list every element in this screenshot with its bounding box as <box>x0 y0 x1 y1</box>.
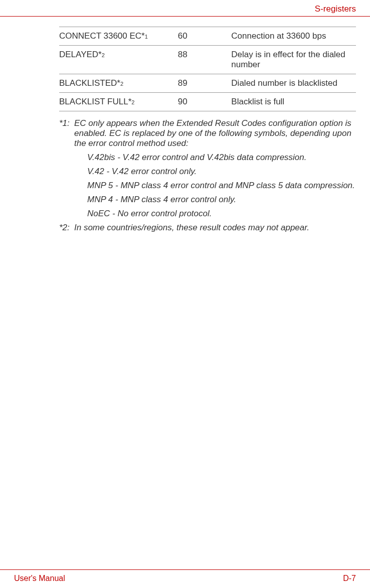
footnote-1: *1:EC only appears when the Extended Res… <box>59 118 356 149</box>
table-cell-code: 90 <box>178 93 232 111</box>
table-cell-desc: Dialed number is blacklisted <box>231 74 356 93</box>
table-cell-name: BLACKLIST FULL*2 <box>59 93 178 111</box>
table-row: BLACKLISTED*2 89 Dialed number is blackl… <box>59 74 356 93</box>
table-row: BLACKLIST FULL*2 90 Blacklist is full <box>59 93 356 111</box>
footnote-sub: V.42bis - V.42 error control and V.42bis… <box>87 153 356 163</box>
footer-left: User's Manual <box>14 574 65 583</box>
footnote-sub: V.42 - V.42 error control only. <box>87 167 356 177</box>
header-title: S-registers <box>315 4 356 14</box>
note-ref: 2 <box>120 81 123 87</box>
note-ref: 1 <box>145 34 148 40</box>
footnote-text: In some countries/regions, these result … <box>74 223 354 233</box>
footnote-2: *2:In some countries/regions, these resu… <box>59 223 356 233</box>
footnotes: *1:EC only appears when the Extended Res… <box>59 118 356 233</box>
row-name: BLACKLISTED* <box>59 78 120 88</box>
table-cell-code: 88 <box>178 46 232 74</box>
footnote-sub: MNP 4 - MNP class 4 error control only. <box>87 195 356 205</box>
table-cell-desc: Delay is in effect for the dialed number <box>231 46 356 74</box>
result-codes-table: CONNECT 33600 EC*1 60 Connection at 3360… <box>59 27 356 111</box>
note-ref: 2 <box>131 99 134 105</box>
row-name: DELAYED* <box>59 50 102 59</box>
table-row: CONNECT 33600 EC*1 60 Connection at 3360… <box>59 27 356 46</box>
row-name: CONNECT 33600 EC* <box>59 31 145 41</box>
table-cell-code: 89 <box>178 74 232 93</box>
page-header: S-registers <box>0 0 370 17</box>
table-cell-code: 60 <box>178 27 232 46</box>
table-cell-name: DELAYED*2 <box>59 46 178 74</box>
table-row: DELAYED*2 88 Delay is in effect for the … <box>59 46 356 74</box>
table-cell-desc: Blacklist is full <box>231 93 356 111</box>
footnote-sub: NoEC - No error control protocol. <box>87 209 356 219</box>
note-ref: 2 <box>102 52 105 58</box>
footnote-sub: MNP 5 - MNP class 4 error control and MN… <box>87 181 356 191</box>
table-cell-name: CONNECT 33600 EC*1 <box>59 27 178 46</box>
row-name: BLACKLIST FULL* <box>59 97 131 106</box>
page-footer: User's Manual D-7 <box>0 569 370 583</box>
main-content: CONNECT 33600 EC*1 60 Connection at 3360… <box>0 27 370 233</box>
footer-right: D-7 <box>343 574 356 583</box>
footnote-label: *2: <box>59 223 74 233</box>
footnote-text: EC only appears when the Extended Result… <box>74 118 354 149</box>
table-cell-desc: Connection at 33600 bps <box>231 27 356 46</box>
table-cell-name: BLACKLISTED*2 <box>59 74 178 93</box>
footnote-label: *1: <box>59 118 74 128</box>
